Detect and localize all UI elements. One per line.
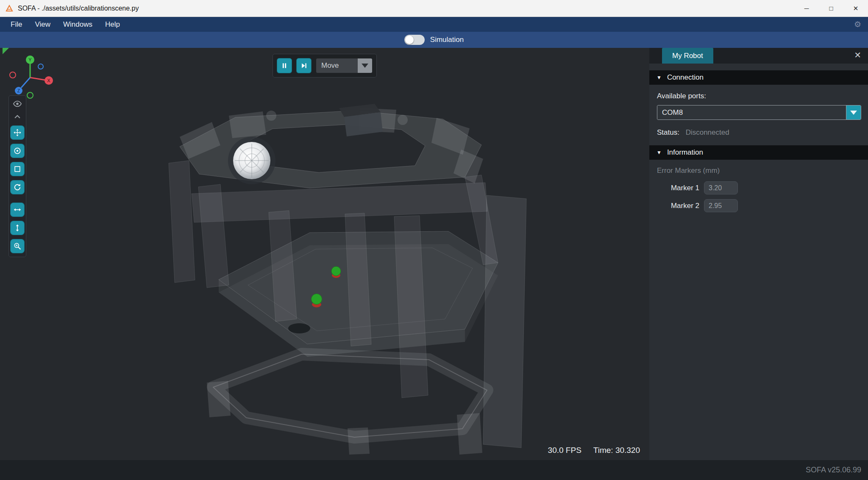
marker-1-label: Marker 1 (649, 184, 699, 192)
svg-text:Z: Z (17, 89, 20, 93)
gear-icon[interactable]: ⚙ (854, 19, 868, 29)
connection-status-row: Status: Disconnected (657, 128, 868, 137)
mode-dropdown[interactable]: Move (316, 58, 373, 73)
svg-text:X: X (47, 78, 50, 83)
app-logo-icon (5, 4, 14, 13)
collapse-triangle-icon: ▼ (657, 75, 662, 80)
version-label: SOFA v25.06.99 (806, 466, 861, 474)
my-robot-panel: My Robot ✕ ▼ Connection Available ports:… (649, 48, 868, 460)
viewport-3d[interactable]: Y X Z (0, 48, 649, 460)
marker-2-value-field[interactable]: 2.95 (704, 199, 738, 212)
toggle-knob-icon (405, 36, 414, 44)
statusbar: SOFA v25.06.99 (0, 460, 868, 480)
chevron-down-icon[interactable] (846, 105, 861, 119)
titlebar: SOFA - ./assets/utils/calibrationscene.p… (0, 0, 868, 17)
rotate-target-tool-button[interactable] (10, 144, 25, 158)
panel-close-icon[interactable]: ✕ (854, 51, 861, 59)
zoom-tool-button[interactable] (10, 239, 25, 253)
fps-readout: 30.0 FPS (548, 446, 581, 455)
simulation-bar: Simulation (0, 32, 868, 48)
simulation-toggle[interactable] (404, 35, 425, 45)
pan-vertical-tool-button[interactable] (10, 221, 25, 235)
information-section-header[interactable]: ▼ Information (649, 145, 868, 160)
app-window: SOFA - ./assets/utils/calibrationscene.p… (0, 0, 868, 480)
status-label: Status: (657, 128, 679, 136)
port-dropdown[interactable]: COM8 (657, 105, 861, 120)
viewport-status: 30.0 FPS Time: 30.320 (548, 446, 640, 455)
menubar: File View Windows Help ⚙ (0, 17, 868, 32)
maximize-button[interactable]: □ (819, 0, 843, 17)
error-markers-label: Error Markers (mm) (657, 166, 868, 175)
sim-time-readout: Time: 30.320 (593, 446, 640, 455)
refresh-tool-button[interactable] (10, 180, 25, 194)
window-title: SOFA - ./assets/utils/calibrationscene.p… (18, 5, 139, 12)
tab-my-robot[interactable]: My Robot (662, 48, 713, 64)
collapse-chevron-up-icon[interactable] (12, 112, 22, 122)
marker-2-label: Marker 2 (649, 202, 699, 210)
connection-section-header[interactable]: ▼ Connection (649, 70, 868, 85)
available-ports-label: Available ports: (657, 92, 868, 100)
viewport-top-toolbar: Move (273, 54, 377, 78)
collapse-triangle-icon: ▼ (657, 150, 662, 155)
robot-model (0, 48, 649, 460)
panel-tab-row: My Robot ✕ (649, 48, 868, 64)
step-forward-button[interactable] (296, 58, 312, 73)
status-value: Disconnected (686, 128, 729, 136)
pan-horizontal-tool-button[interactable] (10, 203, 25, 217)
menu-view[interactable]: View (28, 17, 57, 32)
simulation-label: Simulation (430, 36, 464, 44)
visibility-eye-icon[interactable] (12, 99, 22, 108)
minimize-button[interactable]: ─ (794, 0, 819, 17)
menu-windows[interactable]: Windows (57, 17, 99, 32)
marker-row: Marker 2 2.95 (649, 199, 868, 212)
menu-file[interactable]: File (4, 17, 28, 32)
close-button[interactable]: ✕ (843, 0, 868, 17)
information-header-label: Information (667, 148, 703, 157)
chevron-down-icon[interactable] (358, 58, 372, 73)
connection-header-label: Connection (667, 73, 704, 82)
port-dropdown-value: COM8 (657, 105, 846, 119)
viewport-side-toolbar (8, 95, 26, 257)
translate-tool-button[interactable] (10, 125, 25, 140)
marker-1-value-field[interactable]: 3.20 (704, 181, 738, 194)
menu-help[interactable]: Help (99, 17, 126, 32)
window-controls: ─ □ ✕ (794, 0, 868, 17)
svg-text:Y: Y (28, 57, 32, 62)
select-box-tool-button[interactable] (10, 162, 25, 176)
pause-button[interactable] (277, 58, 292, 73)
mode-dropdown-value: Move (316, 58, 358, 73)
marker-row: Marker 1 3.20 (649, 181, 868, 194)
